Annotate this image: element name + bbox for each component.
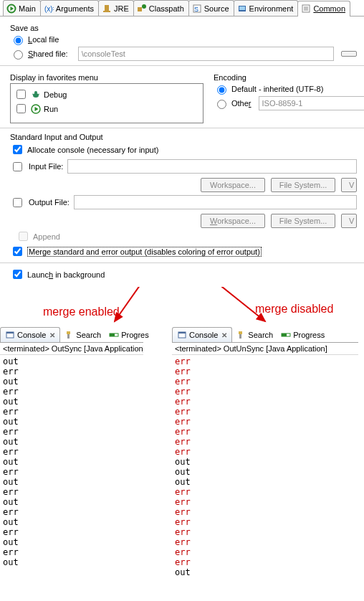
console-output-left[interactable]: outerrouterrouterrouterrouterrouterroute… <box>0 355 143 569</box>
classpath-icon <box>137 4 147 14</box>
append-checkbox[interactable] <box>19 232 28 241</box>
close-icon[interactable]: ✕ <box>49 331 55 339</box>
view-tab-search-right[interactable]: Search <box>231 328 277 342</box>
console-line: err <box>3 366 140 377</box>
merge-output-checkbox[interactable] <box>13 247 22 256</box>
favorite-debug-checkbox[interactable] <box>16 90 26 99</box>
output-filesystem-button[interactable]: File System... <box>271 214 335 228</box>
console-line: err <box>3 387 140 397</box>
encoding-heading: Encoding <box>214 73 364 82</box>
view-tab-search-left[interactable]: Search <box>59 328 105 342</box>
input-file-checkbox[interactable] <box>13 162 22 171</box>
input-filesystem-button[interactable]: File System... <box>271 178 335 192</box>
output-workspace-button[interactable]: Workspace... <box>201 214 265 228</box>
tab-label: Environment <box>249 4 294 13</box>
console-line: err <box>175 387 355 397</box>
console-line: out <box>3 377 140 387</box>
tab-label: Classpath <box>149 4 184 13</box>
encoding-other-radio[interactable] <box>217 100 226 109</box>
merge-enabled-annotation: merge enabled <box>43 306 120 318</box>
console-line: err <box>175 407 355 417</box>
svg-text:(x)=: (x)= <box>44 5 54 13</box>
console-line: err <box>175 537 355 547</box>
input-file-label: Input File: <box>29 162 63 171</box>
arguments-icon: (x)= <box>44 4 54 14</box>
svg-point-16 <box>34 91 37 94</box>
svg-rect-5 <box>138 7 142 11</box>
output-file-input[interactable] <box>74 195 357 209</box>
console-line: err <box>175 366 355 377</box>
console-panel-merge-disabled: Console ✕ Search Progress <terminated> O… <box>172 327 358 579</box>
tab-source[interactable]: S Source <box>188 0 234 16</box>
shared-file-browse-button[interactable] <box>341 51 357 57</box>
view-tabstrip-left: Console ✕ Search Progres <box>0 327 143 343</box>
console-line: err <box>3 427 140 437</box>
console-line: out <box>3 397 140 407</box>
console-output-right[interactable]: errerrerrerrerrerrerrerrerrerroutoutoute… <box>172 355 358 579</box>
favorite-run-checkbox[interactable] <box>16 104 26 113</box>
tab-arguments[interactable]: (x)= Arguments <box>40 0 99 16</box>
favorites-listbox[interactable]: Debug Run <box>10 83 203 123</box>
console-line: out <box>175 457 355 467</box>
shared-file-radio[interactable] <box>14 50 23 60</box>
view-tab-label: Progress <box>293 331 325 339</box>
progress-icon <box>109 330 119 340</box>
encoding-other-input[interactable] <box>259 96 364 110</box>
close-icon[interactable]: ✕ <box>221 331 227 339</box>
run-icon <box>31 104 41 114</box>
view-tab-progress-right[interactable]: Progress <box>277 328 329 342</box>
tab-main[interactable]: Main <box>3 0 41 16</box>
encoding-default-radio[interactable] <box>217 85 226 95</box>
console-line: out <box>3 477 140 487</box>
shared-file-input[interactable] <box>78 47 334 61</box>
console-line: out <box>3 497 140 507</box>
svg-point-6 <box>142 4 146 9</box>
console-line: out <box>175 467 355 477</box>
source-icon: S <box>192 4 202 14</box>
launch-bg-checkbox[interactable] <box>13 270 22 279</box>
svg-rect-4 <box>103 11 110 12</box>
favorite-run-label: Run <box>44 105 58 113</box>
tab-jre[interactable]: JRE <box>98 0 134 16</box>
svg-rect-24 <box>6 332 14 333</box>
svg-rect-34 <box>282 333 287 336</box>
allocate-console-label: Allocate console (necessary for input) <box>27 146 158 154</box>
svg-rect-26 <box>67 334 70 339</box>
svg-rect-31 <box>239 331 242 334</box>
favorites-heading: Display in favorites menu <box>10 73 203 82</box>
tab-label: Common <box>313 4 345 13</box>
allocate-console-checkbox[interactable] <box>13 145 22 154</box>
view-tab-console-right[interactable]: Console ✕ <box>172 327 232 342</box>
tab-common[interactable]: Common <box>297 1 350 16</box>
console-line: out <box>3 557 140 567</box>
console-line: err <box>175 377 355 387</box>
svg-rect-28 <box>110 333 115 336</box>
local-file-radio[interactable] <box>14 36 23 45</box>
bug-icon <box>31 90 41 100</box>
jre-icon <box>102 4 112 14</box>
input-file-input[interactable] <box>67 159 357 174</box>
svg-marker-1 <box>11 6 14 11</box>
tab-environment[interactable]: Environment <box>234 0 299 16</box>
console-line: out <box>175 567 355 577</box>
input-workspace-button[interactable]: Workspace... <box>201 178 265 192</box>
console-line: out <box>3 417 140 427</box>
console-line: err <box>175 547 355 557</box>
view-tab-console-left[interactable]: Console ✕ <box>0 327 60 342</box>
view-tab-progress-left[interactable]: Progres <box>105 328 153 342</box>
console-line: err <box>175 417 355 427</box>
output-variables-button[interactable]: V <box>341 214 357 228</box>
favorite-debug-label: Debug <box>44 90 67 99</box>
encoding-other-label: Other <box>231 99 252 108</box>
local-file-label: Local file <box>28 35 59 44</box>
view-tab-label: Console <box>17 331 46 339</box>
flashlight-icon <box>236 330 246 340</box>
svg-rect-10 <box>239 6 245 10</box>
console-line: err <box>175 507 355 517</box>
tab-classpath[interactable]: Classpath <box>133 0 189 16</box>
output-file-checkbox[interactable] <box>13 198 22 207</box>
svg-rect-32 <box>239 334 241 339</box>
input-variables-button[interactable]: V <box>341 178 357 192</box>
console-line: err <box>175 497 355 507</box>
view-tab-label: Search <box>248 331 273 339</box>
